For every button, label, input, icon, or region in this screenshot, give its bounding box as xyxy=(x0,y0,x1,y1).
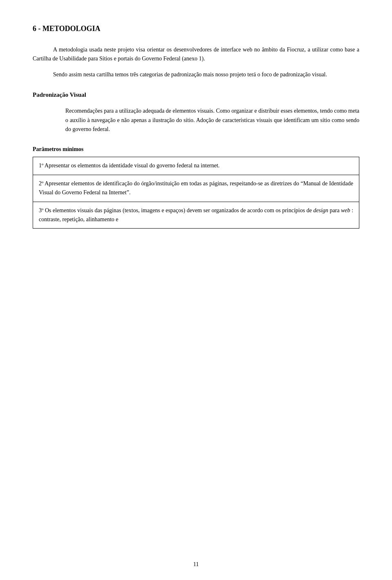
paragraph-1: A metodologia usada neste projeto visa o… xyxy=(33,45,359,64)
paragraph-2: Sendo assim nesta cartilha temos três ca… xyxy=(33,70,359,79)
page-number: 11 xyxy=(193,561,198,568)
table-cell-3-text-before: 3º Os elementos visuais das páginas (tex… xyxy=(39,207,312,213)
paragraph-3: Recomendações para a utilização adequada… xyxy=(33,107,359,134)
table-cell-2: 2º Apresentar elementos de identificação… xyxy=(33,175,359,202)
table-cell-3-italic-2: web xyxy=(341,207,350,213)
table-row: 3º Os elementos visuais das páginas (tex… xyxy=(33,202,359,229)
table-cell-3-text-middle2: para xyxy=(330,207,339,213)
table-cell-3: 3º Os elementos visuais das páginas (tex… xyxy=(33,202,359,229)
parameters-title: Parâmetros mínimos xyxy=(33,146,359,153)
table-cell-1: 1º Apresentar os elementos da identidade… xyxy=(33,157,359,175)
table-cell-2-text: 2º Apresentar elementos de identificação… xyxy=(39,180,353,196)
table-cell-3-italic-1: design xyxy=(313,207,328,213)
section-title: 6 - METODOLOGIA xyxy=(33,24,359,33)
table-cell-1-text: 1º Apresentar os elementos da identidade… xyxy=(39,162,220,169)
parameters-table: 1º Apresentar os elementos da identidade… xyxy=(33,157,359,229)
table-row: 2º Apresentar elementos de identificação… xyxy=(33,175,359,202)
subsection-title-padronizacao: Padronização Visual xyxy=(33,91,359,98)
parameters-section: Parâmetros mínimos 1º Apresentar os elem… xyxy=(33,146,359,229)
page: 6 - METODOLOGIA A metodologia usada nest… xyxy=(0,0,392,580)
table-row: 1º Apresentar os elementos da identidade… xyxy=(33,157,359,175)
